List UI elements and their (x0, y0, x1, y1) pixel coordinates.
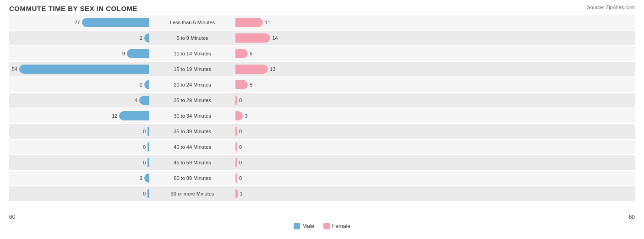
female-bar (235, 33, 270, 43)
female-value: 5 (250, 51, 258, 56)
female-value: 5 (250, 82, 258, 87)
female-value: 11 (265, 20, 273, 25)
row-label: 35 to 39 Minutes (151, 129, 234, 134)
legend-male-color (294, 223, 300, 229)
female-bar (235, 189, 238, 198)
male-bar (82, 18, 150, 27)
male-side: 4 (9, 96, 151, 105)
male-side: 2 (9, 33, 151, 43)
legend-female-color (323, 223, 330, 229)
male-bar (147, 127, 149, 136)
male-bar (144, 33, 149, 43)
female-bar (235, 80, 248, 89)
male-bar (144, 174, 149, 183)
male-side: 0 (9, 142, 151, 152)
male-value: 4 (129, 98, 137, 103)
table-row: 045 to 59 Minutes0 (9, 155, 635, 170)
male-bar (139, 96, 149, 105)
female-bar (235, 174, 237, 183)
male-bar (147, 158, 149, 167)
male-value: 2 (134, 35, 142, 41)
male-side: 2 (9, 80, 151, 89)
row-label: 90 or more Minutes (151, 191, 234, 196)
axis-right: 60 (629, 214, 635, 220)
row-label: 25 to 29 Minutes (151, 98, 234, 103)
male-value: 2 (134, 82, 142, 87)
female-bar (235, 18, 263, 27)
male-value: 2 (134, 175, 142, 181)
female-side: 0 (234, 96, 376, 105)
female-value: 0 (239, 160, 247, 165)
table-row: 27Less than 5 Minutes11 (9, 15, 635, 30)
female-value: 0 (239, 144, 247, 150)
female-value: 0 (239, 175, 247, 181)
female-bar (235, 65, 268, 74)
male-value: 0 (137, 144, 146, 150)
male-bar (127, 49, 149, 58)
row-label: 30 to 34 Minutes (151, 113, 234, 119)
table-row: 035 to 39 Minutes0 (9, 124, 635, 139)
male-bar (144, 80, 149, 89)
female-bar (235, 49, 248, 58)
male-value: 0 (137, 160, 146, 165)
male-side: 27 (9, 18, 151, 27)
female-side: 0 (234, 174, 376, 183)
source-text: Source: ZipAtlas.com (587, 5, 635, 10)
table-row: 090 or more Minutes1 (9, 186, 635, 201)
row-label: 45 to 59 Minutes (151, 160, 234, 165)
female-side: 11 (234, 18, 376, 27)
legend-male-label: Male (302, 223, 314, 229)
male-side: 54 (9, 65, 151, 74)
male-bar (147, 189, 149, 198)
male-value: 0 (137, 129, 146, 134)
legend-female-label: Female (332, 223, 350, 229)
female-side: 5 (234, 49, 376, 58)
male-value: 54 (9, 66, 17, 72)
female-side: 3 (234, 111, 376, 120)
row-label: 40 to 44 Minutes (151, 144, 234, 150)
female-bar (235, 96, 237, 105)
male-bar (119, 111, 149, 120)
row-label: Less than 5 Minutes (151, 20, 234, 25)
male-value: 0 (137, 191, 146, 196)
female-bar (235, 158, 237, 167)
female-side: 5 (234, 80, 376, 89)
axis-left: 60 (9, 214, 15, 220)
table-row: 260 to 89 Minutes0 (9, 171, 635, 185)
axis-row: 60 60 (9, 214, 635, 220)
table-row: 910 to 14 Minutes5 (9, 46, 635, 61)
male-side: 0 (9, 127, 151, 136)
female-side: 0 (234, 158, 376, 167)
male-side: 0 (9, 158, 151, 167)
male-side: 9 (9, 49, 151, 58)
row-label: 20 to 24 Minutes (151, 82, 234, 87)
female-value: 13 (270, 66, 278, 72)
female-bar (235, 127, 237, 136)
male-side: 12 (9, 111, 151, 120)
table-row: 040 to 44 Minutes0 (9, 140, 635, 154)
female-side: 1 (234, 189, 376, 198)
row-label: 10 to 14 Minutes (151, 51, 234, 56)
male-value: 27 (72, 20, 80, 25)
table-row: 1230 to 34 Minutes3 (9, 109, 635, 123)
male-bar (19, 65, 149, 74)
table-row: 220 to 24 Minutes5 (9, 77, 635, 92)
male-value: 12 (109, 113, 117, 119)
legend: Male Female (9, 223, 635, 229)
chart-title: COMMUTE TIME BY SEX IN COLOME (9, 5, 635, 12)
row-label: 60 to 89 Minutes (151, 175, 234, 181)
male-value: 9 (117, 51, 125, 56)
row-label: 5 to 9 Minutes (151, 35, 234, 41)
table-row: 5415 to 19 Minutes13 (9, 62, 635, 76)
female-side: 13 (234, 65, 376, 74)
chart-container: COMMUTE TIME BY SEX IN COLOME Source: Zi… (0, 0, 644, 239)
female-value: 0 (239, 98, 247, 103)
table-row: 425 to 29 Minutes0 (9, 93, 635, 108)
female-value: 14 (272, 35, 280, 41)
female-value: 0 (239, 129, 247, 134)
row-label: 15 to 19 Minutes (151, 66, 234, 72)
female-bar (235, 111, 243, 120)
female-side: 14 (234, 33, 376, 43)
female-bar (235, 142, 237, 152)
table-row: 25 to 9 Minutes14 (9, 31, 635, 45)
